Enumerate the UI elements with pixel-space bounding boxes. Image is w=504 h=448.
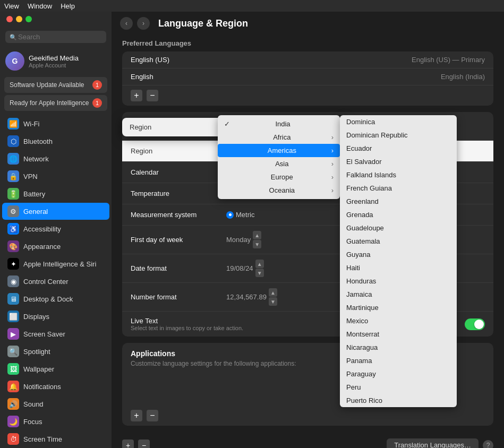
- region-menu-asia[interactable]: Asia ›: [218, 157, 340, 170]
- region-menu-africa[interactable]: Africa ›: [218, 131, 340, 144]
- sidebar-item-accessibility[interactable]: ♿ Accessibility: [2, 220, 109, 237]
- region-menu: ✓ India Africa › Americas › Asia: [218, 115, 340, 199]
- region-overlay: Region ✓ India Africa › Americas ›: [112, 12, 504, 448]
- sidebar-label-sound: Sound: [23, 400, 44, 408]
- maximize-button[interactable]: [25, 16, 32, 22]
- americas-item-jamaica[interactable]: Jamaica: [340, 288, 457, 301]
- menubar: View Window Help: [0, 0, 504, 12]
- sidebar-item-wifi[interactable]: 📶 Wi-Fi: [2, 115, 109, 132]
- intelligence-label: Ready for Apple Intelligence: [10, 99, 89, 107]
- sidebar-label-appearance: Appearance: [23, 243, 61, 251]
- americas-item-el-salvador[interactable]: El Salvador: [340, 155, 457, 168]
- focus-icon: 🌙: [7, 416, 19, 427]
- region-menu-oceania[interactable]: Oceania ›: [218, 184, 340, 197]
- menu-help[interactable]: Help: [61, 2, 75, 10]
- search-input[interactable]: [5, 31, 106, 43]
- sidebar-item-wallpaper[interactable]: 🖼 Wallpaper: [2, 360, 109, 377]
- sidebar-item-appearance[interactable]: 🎨 Appearance: [2, 238, 109, 255]
- americas-item-french-guiana[interactable]: French Guiana: [340, 182, 457, 195]
- sidebar-item-battery[interactable]: 🔋 Battery: [2, 185, 109, 202]
- minimize-button[interactable]: [16, 16, 22, 22]
- americas-item-guyana[interactable]: Guyana: [340, 248, 457, 261]
- americas-item-honduras[interactable]: Honduras: [340, 274, 457, 288]
- sidebar-item-sound[interactable]: 🔊 Sound: [2, 395, 109, 412]
- americas-item-mexico[interactable]: Mexico: [340, 314, 457, 328]
- close-button[interactable]: [6, 16, 13, 22]
- sidebar-label-screen-saver: Screen Saver: [23, 330, 65, 338]
- appearance-icon: 🎨: [7, 240, 19, 252]
- sidebar-item-screen-time[interactable]: ⏱ Screen Time: [2, 430, 109, 447]
- window-chrome: [0, 12, 112, 27]
- user-subtitle: Apple Account: [29, 62, 79, 68]
- intelligence-banner[interactable]: Ready for Apple Intelligence 1: [4, 95, 107, 111]
- americas-item-puerto-rico[interactable]: Puerto Rico: [340, 394, 457, 407]
- sidebar-label-displays: Displays: [23, 313, 49, 321]
- battery-icon: 🔋: [7, 188, 19, 200]
- americas-item-guadeloupe[interactable]: Guadeloupe: [340, 221, 457, 235]
- americas-item-panama[interactable]: Panama: [340, 354, 457, 367]
- americas-item-dominican-republic[interactable]: Dominican Republic: [340, 128, 457, 142]
- main-content: ‹ › Language & Region Preferred Language…: [112, 12, 504, 448]
- americas-item-greenland[interactable]: Greenland: [340, 195, 457, 208]
- sidebar-item-bluetooth[interactable]: ⬡ Bluetooth: [2, 133, 109, 150]
- user-profile[interactable]: G Geekified Media Apple Account: [0, 47, 112, 75]
- control-center-icon: ◉: [7, 275, 19, 287]
- asia-label: Asia: [275, 160, 288, 168]
- india-label: India: [275, 120, 290, 128]
- americas-item-dominica[interactable]: Dominica: [340, 115, 457, 128]
- americas-item-grenada[interactable]: Grenada: [340, 208, 457, 221]
- sidebar-item-network[interactable]: 🌐 Network: [2, 150, 109, 167]
- sidebar-item-general[interactable]: ⚙ General: [2, 203, 109, 220]
- sidebar-label-accessibility: Accessibility: [23, 225, 61, 233]
- sidebar-item-displays[interactable]: ⬜ Displays: [2, 308, 109, 325]
- sidebar-label-vpn: VPN: [23, 173, 38, 180]
- sidebar-item-vpn[interactable]: 🔒 VPN: [2, 168, 109, 185]
- menu-window[interactable]: Window: [28, 2, 52, 10]
- americas-item-nicaragua[interactable]: Nicaragua: [340, 341, 457, 354]
- update-banner[interactable]: Software Update Available 1: [4, 77, 107, 93]
- americas-item-falkland-islands[interactable]: Falkland Islands: [340, 168, 457, 182]
- americas-item-guatemala[interactable]: Guatemala: [340, 235, 457, 248]
- americas-arrow: ›: [331, 147, 334, 154]
- sidebar-label-battery: Battery: [23, 190, 45, 198]
- africa-arrow: ›: [331, 133, 334, 141]
- sidebar-item-control-center[interactable]: ◉ Control Center: [2, 273, 109, 290]
- americas-label: Americas: [268, 147, 296, 154]
- americas-item-peru[interactable]: Peru: [340, 381, 457, 394]
- update-badge: 1: [92, 80, 102, 90]
- sidebar-label-apple-intel: Apple Intelligence & Siri: [23, 260, 96, 268]
- oceania-arrow: ›: [331, 186, 334, 194]
- sidebar-label-general: General: [23, 208, 48, 216]
- wallpaper-icon: 🖼: [7, 363, 19, 375]
- region-menu-europe[interactable]: Europe ›: [218, 170, 340, 184]
- americas-item-martinique[interactable]: Martinique: [340, 301, 457, 314]
- sidebar-item-focus[interactable]: 🌙 Focus: [2, 413, 109, 430]
- menu-view[interactable]: View: [4, 2, 19, 10]
- sidebar-item-apple-intel[interactable]: ✦ Apple Intelligence & Siri: [2, 255, 109, 272]
- europe-label: Europe: [271, 173, 293, 181]
- americas-item-montserrat[interactable]: Montserrat: [340, 328, 457, 341]
- user-name: Geekified Media: [29, 54, 79, 62]
- sidebar-item-spotlight[interactable]: 🔍 Spotlight: [2, 343, 109, 360]
- bluetooth-icon: ⬡: [7, 135, 19, 147]
- sidebar-label-notifications: Notifications: [23, 383, 61, 391]
- screen-time-icon: ⏱: [7, 433, 19, 445]
- region-menu-americas[interactable]: Americas ›: [218, 144, 340, 157]
- accessibility-icon: ♿: [7, 223, 19, 235]
- network-icon: 🌐: [7, 153, 19, 165]
- americas-item-ecuador[interactable]: Ecuador: [340, 142, 457, 155]
- sidebar-label-focus: Focus: [23, 418, 42, 426]
- sound-icon: 🔊: [7, 398, 19, 410]
- sidebar-item-desktop-dock[interactable]: 🖥 Desktop & Dock: [2, 290, 109, 307]
- americas-item-haiti[interactable]: Haiti: [340, 261, 457, 274]
- sidebar-item-notifications[interactable]: 🔔 Notifications: [2, 378, 109, 395]
- americas-item-paraguay[interactable]: Paraguay: [340, 367, 457, 381]
- india-checkmark: ✓: [224, 120, 230, 128]
- sidebar-label-desktop-dock: Desktop & Dock: [23, 295, 73, 303]
- wifi-icon: 📶: [7, 118, 19, 130]
- sidebar-label-wallpaper: Wallpaper: [23, 365, 54, 373]
- intelligence-badge: 1: [92, 98, 102, 108]
- update-label: Software Update Available: [10, 81, 84, 89]
- region-menu-india[interactable]: ✓ India: [218, 117, 340, 131]
- sidebar-item-screen-saver[interactable]: ▶ Screen Saver: [2, 325, 109, 342]
